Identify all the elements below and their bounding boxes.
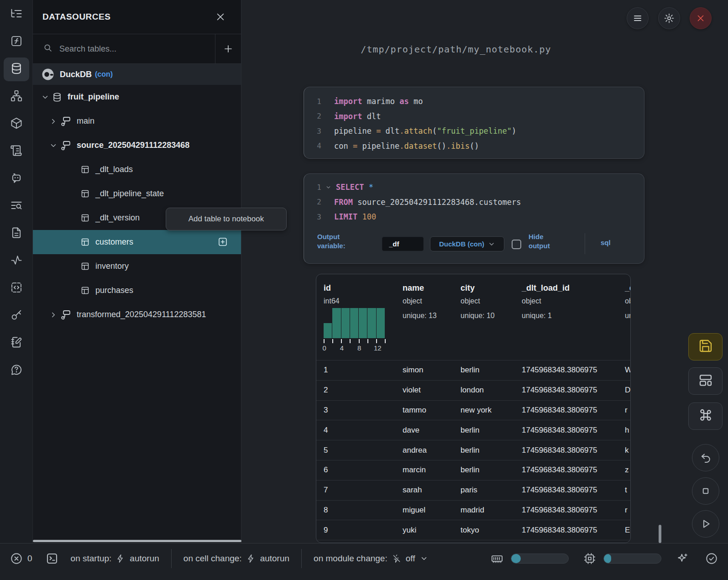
fold-chevron-icon[interactable] [323,184,333,190]
language-badge: sql [601,239,611,246]
activity-icon [10,254,23,268]
nav-database-icon[interactable] [4,57,29,81]
close-panel-button[interactable] [214,10,227,24]
search-input[interactable] [59,44,215,54]
nav-file-tree-icon[interactable] [4,3,29,26]
table-cell: D [621,386,630,395]
table-cell: z [621,465,630,475]
play-icon [699,517,712,530]
save-button[interactable] [688,333,723,361]
sql-cell[interactable]: 1SELECT *2FROM source_202504291112283468… [304,173,644,264]
menu-button[interactable] [627,7,649,29]
tree-item-_dlt_pipeline_state[interactable]: _dlt_pipeline_state [33,182,241,206]
undo-button[interactable] [692,444,719,471]
code-box-icon [10,281,23,296]
nav-scroll-icon[interactable] [4,140,29,163]
tree-item-fruit_pipeline[interactable]: fruit_pipeline [33,85,241,109]
nav-chat-bot-icon[interactable] [4,167,29,191]
table-cell: 1745968348.3806975 [515,526,621,535]
column-header-_dlt_id[interactable]: _dlt_idobjectunique: [621,274,630,360]
chevron-down-icon[interactable] [41,93,49,101]
column-header-_dlt_load_id[interactable]: _dlt_load_idobjectunique: 1 [515,274,621,360]
code-line[interactable]: 4con = pipeline.dataset().ibis() [304,139,644,154]
tree-item-customers[interactable]: customers [33,230,241,254]
tree-item-transformed_202504291112283581[interactable]: transformed_202504291112283581 [33,303,241,327]
chevron-right-icon[interactable] [49,117,58,125]
shutdown-button[interactable] [690,7,712,29]
table-cell: 1745968348.3806975 [515,366,621,375]
table-row[interactable]: 2violetlondon1745968348.3806975D [316,380,630,400]
nav-file-text-icon[interactable] [4,222,29,246]
column-header-city[interactable]: cityobjectunique: 10 [455,274,515,360]
histogram-bar [350,308,358,338]
table-row[interactable]: 9yukitokyo1745968348.3806975E [316,520,630,540]
code-line[interactable]: 1import marimo as mo [304,94,644,109]
chevron-right-icon[interactable] [49,311,58,319]
table-row[interactable]: 8miguelmadrid1745968348.3806975r [316,500,630,520]
output-variable-input[interactable] [382,237,424,251]
table-row[interactable]: 1simonberlin1745968348.3806975W [316,360,630,380]
add-table-to-notebook-button[interactable] [217,236,228,249]
table-icon [80,189,90,199]
python-cell[interactable]: 1import marimo as mo2import dlt3pipeline… [304,87,644,159]
terminal-icon[interactable] [45,552,59,565]
horizontal-scrollbar[interactable] [33,540,241,542]
nav-hierarchy-icon[interactable] [4,85,29,109]
errors-icon[interactable] [10,552,23,565]
query-result-table[interactable]: idint6404812nameobjectunique: 13cityobje… [316,274,631,543]
code-line[interactable]: 3LIMIT 100 [304,209,644,225]
nav-notebook-pen-icon[interactable] [4,331,29,355]
command-palette-button[interactable] [688,402,723,430]
hamburger-icon [632,13,643,24]
tree-item-_dlt_loads[interactable]: _dlt_loads [33,157,241,182]
run-button[interactable] [692,510,719,538]
vertical-scrollbar[interactable] [659,525,661,543]
chevron-down-icon[interactable] [49,141,58,150]
schema-icon [60,116,71,127]
code-line[interactable]: 2import dlt [304,109,644,124]
nav-help-icon[interactable] [4,359,29,382]
add-datasource-button[interactable] [215,34,241,64]
table-row[interactable]: 5andreaberlin1745968348.3806975k [316,440,630,460]
histogram-bar [377,308,385,338]
nav-function-icon[interactable] [4,30,29,54]
tree-item-source_202504291112283468[interactable]: source_202504291112283468 [33,133,241,157]
table-row[interactable]: 3tammonew york1745968348.3806975r [316,400,630,420]
table-row[interactable]: 6marcinberlin1745968348.3806975z [316,460,630,480]
zap-icon [246,554,256,563]
table-row[interactable]: 4daveberlin1745968348.3806975h [316,420,630,440]
on-module-change-control[interactable]: on module change: off [314,554,428,564]
chevron-down-icon [488,240,495,248]
on-cell-change-control[interactable]: on cell change: autorun [183,554,289,564]
output-variable-label: Output variable: [317,232,367,251]
nav-activity-icon[interactable] [4,249,29,273]
layout-button[interactable] [688,367,723,395]
column-header-id[interactable]: idint6404812 [316,274,397,360]
connection-row-duckdb[interactable]: DuckDB (con) [33,64,241,85]
tree-item-main[interactable]: main [33,109,241,133]
tree-item-purchases[interactable]: purchases [33,278,241,303]
code-line[interactable]: 2FROM source_202504291112283468.customer… [304,195,644,210]
column-header-name[interactable]: nameobjectunique: 13 [397,274,455,360]
settings-button[interactable] [658,7,680,29]
table-row[interactable]: 7sarahparis1745968348.3806975t [316,480,630,500]
on-startup-control[interactable]: on startup: autorun [71,554,159,564]
nav-package-icon[interactable] [4,112,29,136]
connected-check-icon[interactable] [705,552,718,565]
table-cell: 1745968348.3806975 [515,465,621,475]
table-cell: london [455,386,515,395]
nav-code-box-icon[interactable] [4,277,29,300]
hide-output-checkbox[interactable] [512,240,521,249]
ai-sparkles-icon[interactable] [676,552,689,565]
engine-select[interactable]: DuckDB (con) [430,236,504,251]
tree-item-inventory[interactable]: inventory [33,254,241,278]
nav-key-icon[interactable] [4,304,29,328]
code-line[interactable]: 3pipeline = dlt.attach("fruit_pipeline") [304,124,644,139]
on-startup-label: on startup: [71,554,112,564]
search-row [33,34,241,64]
engine-select-value: DuckDB (con) [439,240,484,248]
stop-button[interactable] [692,477,719,505]
nav-list-search-icon[interactable] [4,194,29,218]
code-line[interactable]: 1SELECT * [304,180,644,195]
search-icon [43,43,53,55]
